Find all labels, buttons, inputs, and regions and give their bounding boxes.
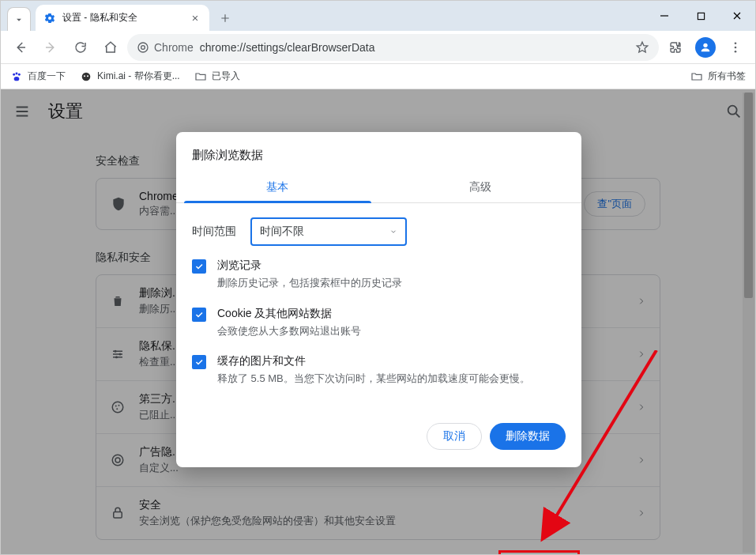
extensions-button[interactable] (662, 34, 689, 61)
bookmark-all-button[interactable]: 所有书签 (690, 70, 746, 83)
svg-point-11 (82, 72, 91, 81)
close-window-button[interactable] (719, 1, 755, 31)
puzzle-icon (668, 40, 683, 55)
clear-data-dialog: 删除浏览数据 基本 高级 时间范围 时间不限 浏览记录删除历史记录，包括搜索框中… (176, 132, 581, 467)
checkbox-history[interactable] (192, 259, 206, 274)
plus-icon (220, 13, 231, 24)
chrome-icon (137, 41, 149, 54)
arrow-left-icon (13, 40, 28, 55)
bookmark-label: 百度一下 (28, 70, 66, 83)
checkbox-subtitle: 删除历史记录，包括搜索框中的历史记录 (217, 275, 402, 291)
reload-icon (73, 40, 88, 55)
chevron-down-icon (13, 14, 24, 25)
caret-down-icon (389, 228, 397, 236)
kebab-icon (728, 40, 743, 55)
bookmark-label: 已导入 (212, 70, 240, 83)
time-range-select[interactable]: 时间不限 (250, 217, 407, 246)
profile-button[interactable] (692, 34, 719, 61)
svg-point-12 (84, 75, 85, 77)
folder-icon (194, 70, 207, 83)
maximize-button[interactable] (683, 1, 719, 31)
maximize-icon (697, 12, 705, 21)
svg-point-2 (141, 45, 145, 49)
bookmarks-bar: 百度一下 Kimi.ai - 帮你看更... 已导入 所有书签 (1, 64, 755, 89)
bookmark-label: 所有书签 (708, 70, 746, 83)
arrow-right-icon (43, 40, 58, 55)
bookmark-item-baidu[interactable]: 百度一下 (10, 70, 66, 83)
bookmark-item-kimi[interactable]: Kimi.ai - 帮你看更... (80, 70, 180, 83)
tab-basic[interactable]: 基本 (176, 172, 379, 202)
browser-toolbar: Chrome chrome://settings/clearBrowserDat… (1, 31, 755, 64)
bookmark-star-button[interactable] (635, 40, 649, 55)
new-tab-button[interactable] (214, 7, 236, 29)
close-icon (191, 14, 199, 22)
svg-point-4 (735, 42, 737, 44)
svg-point-13 (87, 75, 88, 77)
menu-button[interactable] (722, 34, 749, 61)
svg-point-3 (703, 43, 707, 47)
bookmark-item-imported[interactable]: 已导入 (194, 70, 240, 83)
dialog-title: 删除浏览数据 (176, 132, 581, 172)
tab-title: 设置 - 隐私和安全 (62, 11, 182, 25)
home-icon (103, 40, 118, 55)
checkbox-cookies[interactable] (192, 308, 206, 322)
chrome-label: Chrome (154, 41, 194, 54)
window-titlebar: 设置 - 隐私和安全 (1, 1, 755, 31)
svg-point-5 (735, 46, 737, 48)
svg-point-8 (16, 72, 18, 74)
tab-search-button[interactable] (7, 7, 31, 31)
svg-point-9 (18, 73, 21, 75)
url-text: chrome://settings/clearBrowserData (200, 41, 629, 54)
star-icon (635, 40, 649, 55)
svg-point-10 (14, 77, 20, 81)
check-icon (194, 262, 204, 271)
svg-point-7 (13, 73, 15, 75)
bookmark-label: Kimi.ai - 帮你看更... (97, 70, 180, 83)
back-button[interactable] (7, 34, 34, 61)
forward-button[interactable] (37, 34, 64, 61)
folder-icon (690, 70, 703, 83)
checkbox-title: Cookie 及其他网站数据 (217, 307, 361, 321)
svg-point-1 (138, 43, 148, 52)
checkbox-row-history: 浏览记录删除历史记录，包括搜索框中的历史记录 (192, 251, 566, 299)
dialog-tabs: 基本 高级 (176, 172, 581, 203)
checkbox-title: 浏览记录 (217, 259, 402, 273)
paw-icon (10, 70, 23, 83)
tab-advanced[interactable]: 高级 (379, 172, 582, 202)
svg-point-6 (735, 50, 737, 52)
kimi-icon (80, 70, 92, 83)
check-icon (194, 310, 204, 319)
window-controls (646, 1, 755, 31)
site-chip: Chrome (137, 41, 194, 54)
minimize-icon (660, 11, 669, 21)
reload-button[interactable] (67, 34, 94, 61)
confirm-delete-button[interactable]: 删除数据 (490, 423, 566, 450)
minimize-button[interactable] (646, 1, 683, 31)
checkbox-subtitle: 释放了 5.5 MB。当您下次访问时，某些网站的加载速度可能会更慢。 (217, 371, 530, 387)
home-button[interactable] (97, 34, 124, 61)
checkbox-title: 缓存的图片和文件 (217, 354, 530, 368)
checkbox-row-cookies: Cookie 及其他网站数据会致使您从大多数网站退出账号 (192, 299, 566, 347)
dialog-body: 时间范围 时间不限 浏览记录删除历史记录，包括搜索框中的历史记录 Cookie … (176, 203, 581, 409)
checkbox-subtitle: 会致使您从大多数网站退出账号 (217, 323, 361, 339)
address-bar[interactable]: Chrome chrome://settings/clearBrowserDat… (127, 34, 659, 61)
tab-close-button[interactable] (189, 12, 201, 25)
checkbox-row-cache: 缓存的图片和文件释放了 5.5 MB。当您下次访问时，某些网站的加载速度可能会更… (192, 346, 566, 395)
close-icon (732, 11, 742, 21)
cancel-button[interactable]: 取消 (427, 423, 482, 450)
check-icon (194, 357, 204, 367)
gear-icon (43, 12, 56, 25)
page-content: 设置 安全检查 Chrome 内容需... 查"页面 隐私和安全 删除浏...删… (1, 89, 755, 555)
checkbox-cache[interactable] (192, 355, 206, 369)
svg-rect-0 (698, 13, 704, 19)
time-range-label: 时间范围 (192, 225, 239, 239)
avatar-icon (695, 37, 716, 58)
time-range-value: 时间不限 (260, 225, 304, 239)
browser-tab[interactable]: 设置 - 隐私和安全 (36, 5, 209, 31)
dialog-actions: 取消 删除数据 (176, 409, 581, 467)
